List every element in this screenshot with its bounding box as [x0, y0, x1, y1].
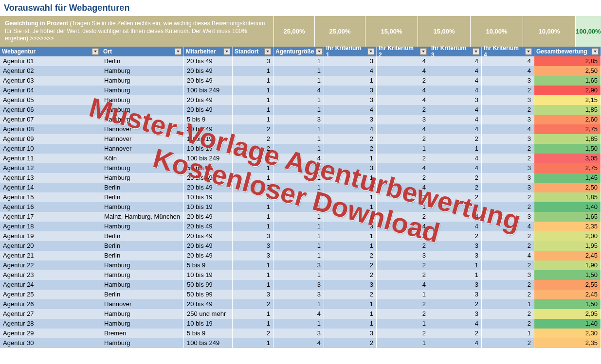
cell-score[interactable]: 2,35: [534, 338, 601, 348]
filter-dropdown-icon[interactable]: [264, 48, 271, 55]
cell-k2[interactable]: 4: [377, 183, 429, 192]
cell-standort[interactable]: 3: [233, 56, 273, 66]
table-row[interactable]: Agentur 17Mainz, Hamburg, München20 bis …: [0, 212, 601, 222]
cell-standort[interactable]: 1: [233, 76, 273, 86]
cell-agentur[interactable]: 4: [273, 154, 324, 163]
cell-k2[interactable]: 2: [377, 134, 429, 144]
cell-agentur[interactable]: 1: [273, 124, 324, 134]
cell-mitarbeiter[interactable]: 20 bis 49: [184, 105, 233, 115]
cell-k1[interactable]: 2: [324, 338, 377, 348]
cell-webagentur[interactable]: Agentur 30: [0, 338, 101, 348]
cell-ort[interactable]: Köln: [101, 154, 184, 163]
table-row[interactable]: Agentur 10Hannover10 bis 192121121,50: [0, 144, 601, 154]
cell-standort[interactable]: 3: [233, 290, 273, 299]
cell-mitarbeiter[interactable]: 10 bis 19: [184, 134, 233, 144]
cell-k2[interactable]: 3: [377, 115, 429, 124]
cell-k1[interactable]: 3: [324, 222, 377, 231]
cell-agentur[interactable]: 3: [273, 329, 324, 338]
cell-k1[interactable]: 1: [324, 154, 377, 163]
table-row[interactable]: Agentur 05Hamburg20 bis 491134332,15: [0, 95, 601, 105]
cell-webagentur[interactable]: Agentur 15: [0, 192, 101, 202]
cell-k1[interactable]: 1: [324, 173, 377, 183]
cell-webagentur[interactable]: Agentur 17: [0, 212, 101, 222]
filter-dropdown-icon[interactable]: [525, 48, 532, 55]
cell-webagentur[interactable]: Agentur 21: [0, 251, 101, 260]
cell-agentur[interactable]: 1: [273, 299, 324, 309]
cell-k3[interactable]: 4: [429, 338, 482, 348]
cell-k1[interactable]: 1: [324, 309, 377, 319]
table-row[interactable]: Agentur 19Berlin20 bis 493113222,00: [0, 231, 601, 241]
cell-standort[interactable]: 1: [233, 280, 273, 290]
cell-agentur[interactable]: 1: [273, 251, 324, 260]
cell-k4[interactable]: 2: [482, 86, 534, 95]
table-row[interactable]: Agentur 01Berlin20 bis 493134442,85: [0, 56, 601, 66]
cell-mitarbeiter[interactable]: 20 bis 49: [184, 222, 233, 231]
cell-k4[interactable]: 3: [482, 115, 534, 124]
cell-k2[interactable]: 4: [377, 95, 429, 105]
weight-k4[interactable]: 10,00%: [523, 16, 575, 47]
cell-standort[interactable]: 1: [233, 260, 273, 270]
cell-standort[interactable]: 3: [233, 192, 273, 202]
cell-k3[interactable]: 2: [429, 192, 482, 202]
cell-webagentur[interactable]: Agentur 03: [0, 76, 101, 86]
cell-mitarbeiter[interactable]: 100 bis 249: [184, 154, 233, 163]
table-row[interactable]: Agentur 30Hamburg100 bis 2491421422,35: [0, 338, 601, 348]
cell-k2[interactable]: 4: [377, 66, 429, 76]
cell-webagentur[interactable]: Agentur 23: [0, 270, 101, 280]
cell-k2[interactable]: 4: [377, 86, 429, 95]
cell-standort[interactable]: 1: [233, 95, 273, 105]
cell-k2[interactable]: 3: [377, 231, 429, 241]
cell-score[interactable]: 2,45: [534, 290, 601, 299]
cell-mitarbeiter[interactable]: 20 bis 49: [184, 56, 233, 66]
cell-score[interactable]: 2,50: [534, 183, 601, 192]
cell-k1[interactable]: 1: [324, 231, 377, 241]
cell-k1[interactable]: 3: [324, 86, 377, 95]
cell-mitarbeiter[interactable]: 20 bis 49: [184, 76, 233, 86]
cell-k4[interactable]: 2: [482, 280, 534, 290]
table-row[interactable]: Agentur 11Köln100 bis 2494412423,05: [0, 154, 601, 163]
cell-score[interactable]: 1,95: [534, 241, 601, 251]
cell-k3[interactable]: 4: [429, 115, 482, 124]
table-row[interactable]: Agentur 22Hamburg5 bis 91322121,90: [0, 260, 601, 270]
cell-k2[interactable]: 3: [377, 251, 429, 260]
cell-k1[interactable]: 2: [324, 260, 377, 270]
cell-k4[interactable]: 4: [482, 66, 534, 76]
cell-k3[interactable]: 2: [429, 183, 482, 192]
filter-dropdown-icon[interactable]: [473, 48, 479, 55]
cell-agentur[interactable]: 3: [273, 163, 324, 173]
cell-k1[interactable]: 1: [324, 319, 377, 329]
cell-agentur[interactable]: 1: [273, 241, 324, 251]
table-row[interactable]: Agentur 13Hamburg20 bis 491112231,45: [0, 173, 601, 183]
cell-mitarbeiter[interactable]: 100 bis 249: [184, 338, 233, 348]
weight-k3[interactable]: 10,00%: [470, 16, 523, 47]
table-row[interactable]: Agentur 03Hamburg20 bis 491112431,65: [0, 76, 601, 86]
cell-webagentur[interactable]: Agentur 05: [0, 95, 101, 105]
col-k2[interactable]: Ihr Kriterium 2: [377, 47, 429, 56]
cell-agentur[interactable]: 1: [273, 319, 324, 329]
cell-ort[interactable]: Hamburg: [101, 270, 184, 280]
cell-k4[interactable]: 2: [482, 144, 534, 154]
cell-k2[interactable]: 2: [377, 105, 429, 115]
cell-score[interactable]: 2,30: [534, 329, 601, 338]
col-k4[interactable]: Ihr Kriterium 4: [482, 47, 534, 56]
cell-k1[interactable]: 3: [324, 329, 377, 338]
cell-mitarbeiter[interactable]: 10 bis 19: [184, 144, 233, 154]
filter-dropdown-icon[interactable]: [367, 48, 374, 55]
cell-k1[interactable]: 1: [324, 299, 377, 309]
cell-mitarbeiter[interactable]: 10 bis 19: [184, 192, 233, 202]
cell-score[interactable]: 2,75: [534, 124, 601, 134]
cell-k3[interactable]: 3: [429, 280, 482, 290]
cell-k4[interactable]: 3: [482, 212, 534, 222]
cell-standort[interactable]: 1: [233, 115, 273, 124]
cell-webagentur[interactable]: Agentur 20: [0, 241, 101, 251]
cell-agentur[interactable]: 1: [273, 134, 324, 144]
cell-k2[interactable]: 2: [377, 299, 429, 309]
cell-k2[interactable]: 2: [377, 241, 429, 251]
cell-k2[interactable]: 4: [377, 222, 429, 231]
cell-ort[interactable]: Hamburg: [101, 319, 184, 329]
cell-standort[interactable]: 1: [233, 202, 273, 212]
cell-k4[interactable]: 2: [482, 309, 534, 319]
cell-ort[interactable]: Hamburg: [101, 115, 184, 124]
cell-score[interactable]: 1,65: [534, 212, 601, 222]
filter-dropdown-icon[interactable]: [223, 48, 230, 55]
